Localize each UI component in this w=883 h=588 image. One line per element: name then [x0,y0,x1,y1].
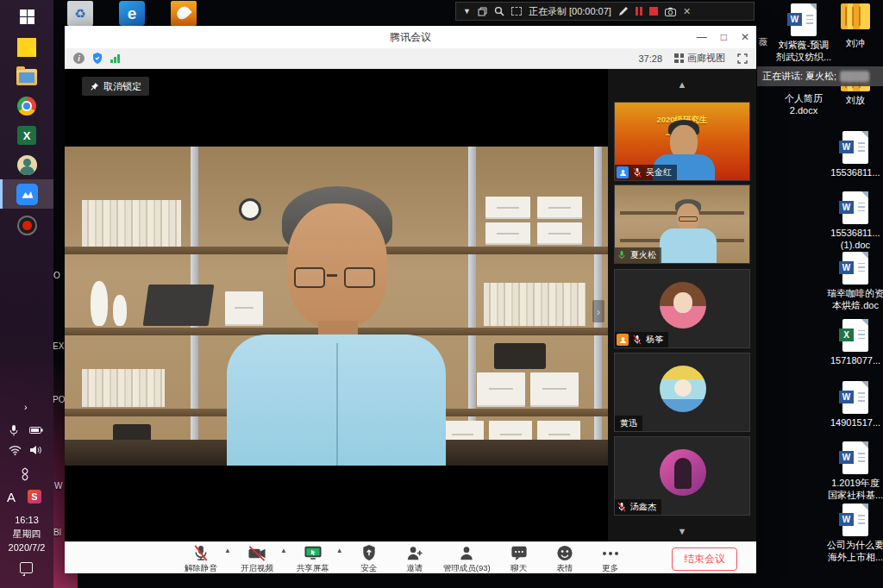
window-titlebar[interactable]: 腾讯会议 — □ ✕ [65,26,756,48]
security-button[interactable]: 安全 [352,544,386,574]
fullscreen-icon[interactable] [737,53,748,64]
meeting-control-bar: 解除静音 ▲ 开启视频 ▲ 共享屏幕 ▲ 安全 邀请 [65,541,756,573]
tray-battery-icon[interactable] [29,426,43,435]
video-options-caret[interactable]: ▲ [280,547,287,554]
recorder-window-icon[interactable] [478,7,487,16]
start-button[interactable] [0,2,53,31]
chat-bubble-icon [510,544,529,562]
recycle-bin-icon[interactable]: ♻ [67,1,93,26]
tray-sogou-icon[interactable]: S [28,490,41,504]
screen-recorder-toolbar: ▼ 正在录制 [00:00:07] ✕ [455,2,755,21]
more-dots-icon [603,544,618,562]
invite-button[interactable]: 邀请 [398,544,432,574]
participant-name: 夏火松 [630,249,656,261]
taskbar-contacts-app[interactable] [0,150,53,179]
recorder-close-icon[interactable]: ✕ [683,6,691,17]
participant-tile[interactable]: 杨筝 [614,269,750,348]
desktop-icon[interactable]: W 15536811...(1).doc [824,191,883,251]
unmute-button[interactable]: 解除静音 [184,544,218,574]
desktop-label-fragment: O [53,271,60,280]
taskbar-excel[interactable]: X [0,121,53,150]
tray-pen-ime-icon[interactable] [19,467,31,481]
recorder-pencil-icon[interactable] [618,6,629,16]
scroll-down-icon[interactable]: ▼ [608,526,756,536]
participant-tile[interactable]: 汤鑫杰 [614,436,750,516]
meeting-info-icon[interactable]: i [73,53,85,64]
wall-clock [239,198,261,221]
participants-sidebar: ▲ 2020级研究生 上双选会 吴金红 夏火松 [608,69,756,541]
chat-button[interactable]: 聊天 [502,544,536,574]
mute-options-caret[interactable]: ▲ [224,547,231,554]
desktop-label-fragment: W [54,481,62,491]
close-button[interactable]: ✕ [741,31,749,43]
maximize-button[interactable]: □ [721,31,727,43]
mic-muted-icon [617,502,627,512]
share-options-caret[interactable]: ▲ [336,547,343,554]
more-button[interactable]: 更多 [593,544,628,574]
recorder-region-icon[interactable] [511,7,522,16]
tray-language-indicator[interactable]: A [7,490,16,504]
tray-wifi-icon[interactable] [9,445,22,455]
contact-avatar-icon [17,155,37,175]
recorder-dropdown-icon[interactable]: ▼ [463,7,471,16]
participant-avatar [660,282,706,328]
desktop-icon[interactable]: W 15536811... [824,131,883,178]
taskbar-file-explorer[interactable] [0,62,53,91]
sidebar-collapse-handle[interactable]: › [592,300,604,322]
tencent-meeting-window: 腾讯会议 — □ ✕ i 37:28 画廊视图 取消锁定 [65,26,756,573]
recorder-stop-icon[interactable] [649,7,658,16]
desktop-icon[interactable]: 刘冲 [824,3,883,49]
share-screen-button[interactable]: 共享屏幕 [296,544,330,574]
file-explorer-icon [16,69,37,85]
word-file-icon: W [842,381,868,414]
participant-name: 杨筝 [646,334,663,346]
tray-clock-date[interactable]: 2020/7/2 [0,541,53,554]
recorder-pause-icon[interactable] [636,7,642,16]
tray-clock-weekday[interactable]: 星期四 [0,528,53,541]
desktop-icon[interactable]: W 1.2019年度国家社科基... [824,441,883,501]
emoji-button[interactable]: 表情 [548,544,582,574]
desktop-icon[interactable]: W 公司为什么要海外上市相... [824,504,883,563]
mic-active-icon [617,250,627,260]
end-meeting-button[interactable]: 结束会议 [672,547,737,571]
speaking-indicator-banner: 正在讲话: 夏火松; [757,66,883,86]
manage-members-button[interactable]: 管理成员(93) [443,544,491,574]
desktop-icon[interactable]: W 瑞幸咖啡的资本烘焙.doc [824,252,883,311]
tray-expand-chevron[interactable]: › [24,402,28,412]
recorder-camera-icon[interactable] [665,7,676,16]
window-title: 腾讯会议 [390,30,431,45]
flame-app-icon[interactable] [171,1,197,26]
taskbar-sticky-notes[interactable] [0,33,53,62]
taskbar-tencent-meeting[interactable] [0,179,53,209]
participant-tile[interactable]: 2020级研究生 上双选会 吴金红 [614,102,750,181]
minimize-button[interactable]: — [697,31,707,43]
notification-center-icon[interactable] [20,562,33,573]
participant-avatar [660,449,706,496]
mic-muted-icon [632,167,642,178]
invite-person-icon [405,544,424,562]
gallery-view-button[interactable]: 画廊视图 [674,52,725,65]
desktop-icon[interactable]: X 15718077... [824,319,883,366]
chrome-icon [17,97,36,116]
tray-volume-icon[interactable] [29,445,41,455]
word-file-icon: W [842,441,868,474]
recorder-zoom-icon[interactable] [494,6,504,16]
grid-view-icon [674,53,684,63]
desktop-label-fragment: 薇 [759,36,767,48]
desktop-icon[interactable]: W 14901517... [824,381,883,428]
start-video-button[interactable]: 开启视频 [240,544,274,574]
scroll-up-icon[interactable]: ▲ [608,79,756,90]
participant-tile[interactable]: 夏火松 [614,185,750,264]
participant-tile[interactable]: 黄迅 [614,353,750,432]
unpin-button[interactable]: 取消锁定 [82,77,149,96]
smiley-icon [555,544,574,562]
mic-muted-icon [632,335,642,345]
taskbar-recorder[interactable] [0,210,53,240]
edge-browser-icon[interactable]: e [119,1,145,26]
tray-clock-time[interactable]: 16:13 [0,514,53,527]
camera-prop [494,343,546,369]
security-shield-icon[interactable] [92,53,103,64]
tray-mic-icon[interactable] [9,424,19,437]
main-speaker-video[interactable]: 取消锁定 [65,69,608,541]
taskbar-chrome[interactable] [0,91,53,121]
